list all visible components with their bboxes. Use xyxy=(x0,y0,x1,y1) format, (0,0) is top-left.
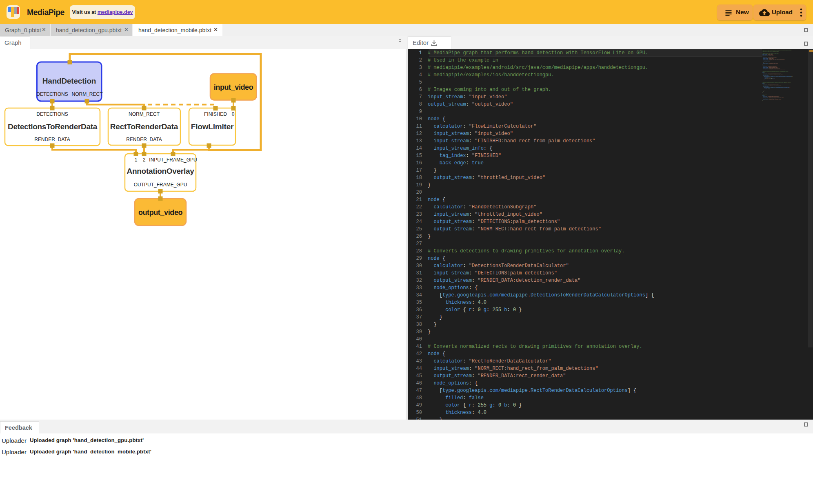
svg-text:DETECTIONS: DETECTIONS xyxy=(36,111,68,117)
svg-text:FINISHED: FINISHED xyxy=(204,111,227,117)
svg-text:DETECTIONS: DETECTIONS xyxy=(36,91,68,97)
svg-text:output_video: output_video xyxy=(138,208,183,217)
svg-text:RectToRenderData: RectToRenderData xyxy=(110,122,178,131)
svg-text:HandDetection: HandDetection xyxy=(42,77,96,85)
svg-text:AnnotationOverlay: AnnotationOverlay xyxy=(127,167,195,175)
svg-text:RENDER_DATA: RENDER_DATA xyxy=(34,137,70,142)
svg-text:FlowLimiter: FlowLimiter xyxy=(191,122,234,131)
svg-text:2: 2 xyxy=(143,157,146,163)
svg-text:NORM_RECT: NORM_RECT xyxy=(71,91,103,97)
svg-text:DetectionsToRenderData: DetectionsToRenderData xyxy=(8,122,98,131)
svg-text:1: 1 xyxy=(135,157,138,163)
svg-text:OUTPUT_FRAME_GPU: OUTPUT_FRAME_GPU xyxy=(134,182,187,188)
svg-text:NORM_RECT: NORM_RECT xyxy=(129,111,160,117)
svg-text:INPUT_FRAME_GPU: INPUT_FRAME_GPU xyxy=(149,157,197,163)
svg-text:input_video: input_video xyxy=(214,83,253,91)
svg-text:0: 0 xyxy=(232,111,235,117)
svg-text:RENDER_DATA: RENDER_DATA xyxy=(126,137,162,142)
